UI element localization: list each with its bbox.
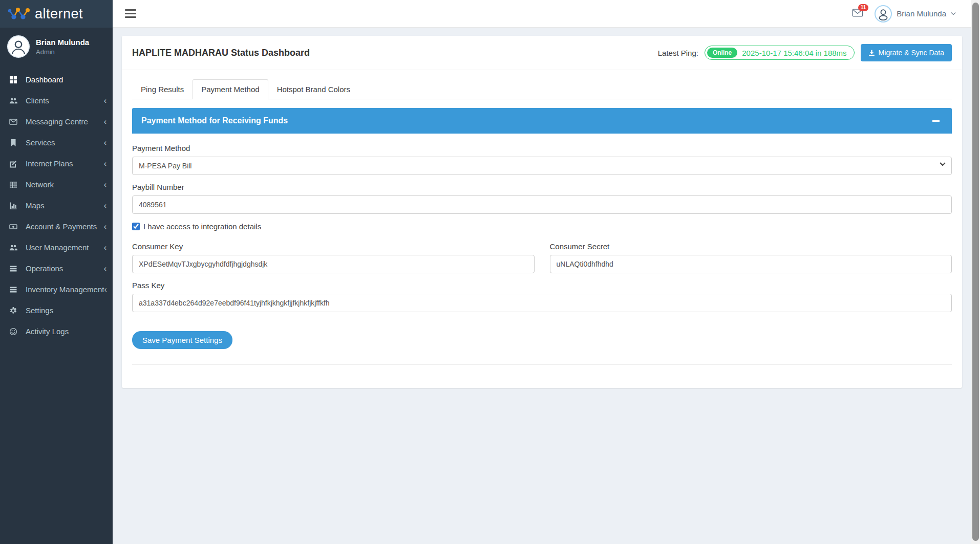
bar-chart-icon xyxy=(9,202,22,210)
sidebar-menu: DashboardClients‹Messaging Centre‹Servic… xyxy=(0,69,113,342)
user-menu[interactable]: Brian Mulunda xyxy=(875,5,956,23)
sidebar-item-services[interactable]: Services‹ xyxy=(0,132,113,153)
chevron-left-icon: ‹ xyxy=(104,160,106,168)
latest-ping-text: 2025-10-17 15:46:04 in 188ms xyxy=(742,49,846,57)
sidebar-item-label: Services xyxy=(26,138,104,147)
sidebar-item-label: Internet Plans xyxy=(26,159,104,168)
tab-bar: Ping ResultsPayment MethodHotspot Brand … xyxy=(132,79,952,99)
person-icon xyxy=(877,7,890,20)
status-dashboard-card: HAPLITE MADHARAU Status Dashboard Latest… xyxy=(122,36,962,388)
payment-method-label: Payment Method xyxy=(132,144,952,153)
chevron-left-icon: ‹ xyxy=(104,139,106,147)
sidebar-item-label: Operations xyxy=(26,264,104,273)
sidebar-item-label: Activity Logs xyxy=(26,327,106,336)
envelope-icon xyxy=(9,118,22,126)
integration-details-checkbox[interactable] xyxy=(132,223,140,230)
collapse-minus-icon[interactable] xyxy=(932,120,940,122)
latest-ping-label: Latest Ping: xyxy=(658,49,698,57)
list-icon xyxy=(9,265,22,273)
sidebar-item-account-payments[interactable]: Account & Payments‹ xyxy=(0,216,113,237)
sidebar-item-label: Clients xyxy=(26,96,104,105)
table-icon xyxy=(9,181,22,189)
brand-name: alternet xyxy=(35,6,83,22)
dashboard-icon xyxy=(9,76,22,84)
online-status-badge: Online xyxy=(707,48,737,58)
payment-method-panel: Payment Method for Receiving Funds Payme… xyxy=(132,108,952,365)
sidebar-item-label: Inventory Management xyxy=(26,285,104,294)
sidebar-item-label: Maps xyxy=(26,201,104,210)
panel-title: Payment Method for Receiving Funds xyxy=(141,116,288,125)
page-title: HAPLITE MADHARAU Status Dashboard xyxy=(132,48,310,58)
bookmark-icon xyxy=(9,139,22,147)
paybill-number-label: Paybill Number xyxy=(132,183,952,191)
sidebar-item-dashboard[interactable]: Dashboard xyxy=(0,69,113,90)
chevron-down-icon xyxy=(951,12,956,15)
scrollbar-thumb[interactable] xyxy=(972,3,979,541)
pass-key-input[interactable] xyxy=(132,294,952,312)
sidebar-item-user-management[interactable]: User Management‹ xyxy=(0,237,113,258)
sidebar-item-label: Dashboard xyxy=(26,75,106,84)
chevron-left-icon: ‹ xyxy=(104,244,106,252)
notification-badge: 11 xyxy=(858,4,869,11)
person-icon xyxy=(10,38,27,55)
sidebar-item-clients[interactable]: Clients‹ xyxy=(0,90,113,111)
sidebar-item-label: Account & Payments xyxy=(26,222,104,231)
tab-hotspot-brand-colors[interactable]: Hotspot Brand Colors xyxy=(268,79,359,99)
sidebar-item-activity-logs[interactable]: Activity Logs xyxy=(0,321,113,342)
consumer-key-input[interactable] xyxy=(132,255,535,273)
users-icon xyxy=(9,97,22,105)
sidebar-item-maps[interactable]: Maps‹ xyxy=(0,195,113,216)
tab-ping-results[interactable]: Ping Results xyxy=(132,79,193,99)
chevron-left-icon: ‹ xyxy=(104,286,106,294)
sidebar-item-messaging-centre[interactable]: Messaging Centre‹ xyxy=(0,111,113,132)
pass-key-label: Pass Key xyxy=(132,281,952,290)
avatar xyxy=(875,5,892,23)
sidebar-user-avatar xyxy=(7,35,30,58)
chevron-left-icon: ‹ xyxy=(104,202,106,210)
sidebar: alternet Brian Mulunda Admin DashboardCl… xyxy=(0,0,113,544)
download-icon xyxy=(868,50,875,56)
smiley-icon xyxy=(9,328,22,336)
chevron-left-icon: ‹ xyxy=(104,265,106,273)
chevron-left-icon: ‹ xyxy=(104,181,106,189)
brand-molecule-icon xyxy=(7,7,31,21)
chevron-left-icon: ‹ xyxy=(104,118,106,126)
topbar: 11 Brian Mulunda xyxy=(113,0,971,28)
sidebar-item-label: User Management xyxy=(26,243,104,252)
consumer-secret-label: Consumer Secret xyxy=(550,242,952,251)
chevron-left-icon: ‹ xyxy=(104,97,106,105)
consumer-secret-input[interactable] xyxy=(550,255,952,273)
payment-method-select[interactable]: M-PESA Pay Bill xyxy=(132,157,952,175)
tab-payment-method[interactable]: Payment Method xyxy=(193,79,268,99)
sidebar-item-inventory-management[interactable]: Inventory Management‹ xyxy=(0,279,113,300)
chevron-left-icon: ‹ xyxy=(104,223,106,231)
sidebar-toggle-icon[interactable] xyxy=(125,7,136,20)
latest-ping-pill: Online 2025-10-17 15:46:04 in 188ms xyxy=(705,46,855,60)
consumer-key-label: Consumer Key xyxy=(132,242,535,251)
gear-icon xyxy=(9,307,22,315)
list-icon xyxy=(9,286,22,294)
sidebar-user-panel: Brian Mulunda Admin xyxy=(0,28,113,64)
paybill-number-input[interactable] xyxy=(132,195,952,214)
vertical-scrollbar[interactable] xyxy=(971,0,980,544)
main-content: HAPLITE MADHARAU Status Dashboard Latest… xyxy=(113,28,971,544)
edit-icon xyxy=(9,160,22,168)
users-icon xyxy=(9,244,22,252)
sidebar-item-internet-plans[interactable]: Internet Plans‹ xyxy=(0,153,113,174)
sidebar-user-name: Brian Mulunda xyxy=(36,38,89,47)
sidebar-item-label: Settings xyxy=(26,306,106,315)
sidebar-item-network[interactable]: Network‹ xyxy=(0,174,113,195)
migrate-sync-button[interactable]: Migrate & Sync Data xyxy=(861,44,952,61)
sidebar-user-role: Admin xyxy=(36,48,89,56)
sidebar-item-label: Network xyxy=(26,180,104,189)
integration-details-label[interactable]: I have access to integration details xyxy=(143,222,261,231)
money-icon xyxy=(9,223,22,231)
sidebar-item-operations[interactable]: Operations‹ xyxy=(0,258,113,279)
sidebar-item-label: Messaging Centre xyxy=(26,117,104,126)
brand-logo[interactable]: alternet xyxy=(0,0,113,28)
save-payment-settings-button[interactable]: Save Payment Settings xyxy=(132,331,232,349)
messages-button[interactable]: 11 xyxy=(852,8,863,19)
topbar-user-name: Brian Mulunda xyxy=(897,9,946,18)
sidebar-item-settings[interactable]: Settings xyxy=(0,300,113,321)
